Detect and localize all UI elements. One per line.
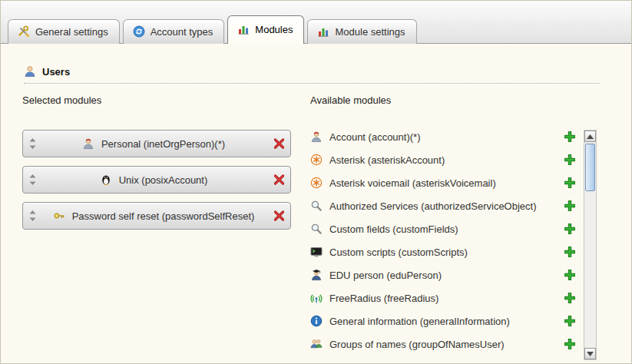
lam-config-page: General settingsAccount typesModulesModu… xyxy=(0,0,632,364)
drag-handle-icon[interactable] xyxy=(29,174,36,185)
arrow-up-icon xyxy=(587,134,594,139)
scroll-down-button[interactable] xyxy=(584,348,596,359)
tab-label: Account types xyxy=(151,26,213,38)
selected-module-row: Password self reset (passwordSelfReset) xyxy=(22,202,291,230)
group-icon xyxy=(310,338,323,350)
selected-module-label: Personal (inetOrgPerson)(*) xyxy=(101,138,225,150)
add-module-button[interactable] xyxy=(564,316,575,326)
available-module-row: Groups of names (groupOfNamesUser) xyxy=(310,333,597,356)
add-module-button[interactable] xyxy=(564,154,575,165)
available-modules-scrollbar[interactable] xyxy=(584,130,597,360)
user-icon xyxy=(24,65,36,78)
magnifier-icon xyxy=(310,223,323,235)
modules-chart-icon xyxy=(237,23,250,35)
asterisk-icon xyxy=(310,154,323,166)
person-icon xyxy=(82,137,94,150)
add-module-button[interactable] xyxy=(564,270,575,280)
arrow-down-icon xyxy=(587,352,594,356)
selected-modules-list: Personal (inetOrgPerson)(*)Unix (posixAc… xyxy=(22,130,291,230)
available-module-label: Custom fields (customFields) xyxy=(329,223,458,235)
available-module-label: Custom scripts (customScripts) xyxy=(329,247,468,258)
scrollbar-thumb[interactable] xyxy=(585,144,595,191)
selected-module-label: Password self reset (passwordSelfReset) xyxy=(72,210,255,222)
selected-modules-column: Selected modules Personal (inetOrgPerson… xyxy=(22,94,291,238)
drag-handle-icon[interactable] xyxy=(29,210,36,221)
add-module-button[interactable] xyxy=(564,200,575,211)
tab-account-types[interactable]: Account types xyxy=(123,19,225,44)
add-module-button[interactable] xyxy=(564,223,575,234)
available-module-label: FreeRadius (freeRadius) xyxy=(329,293,438,304)
available-module-row: Custom scripts (customScripts) xyxy=(310,240,597,263)
info-icon xyxy=(310,315,323,327)
tab-modules[interactable]: Modules xyxy=(227,15,304,44)
sync-icon xyxy=(133,25,145,38)
radius-icon xyxy=(310,292,323,304)
available-module-row: EDU person (eduPerson) xyxy=(310,263,597,286)
available-module-row: Asterisk voicemail (asteriskVoicemail) xyxy=(310,171,597,194)
asterisk-icon xyxy=(310,177,323,189)
available-modules-list: Account (account)(*)Asterisk (asteriskAc… xyxy=(310,125,597,356)
edu-person-icon xyxy=(310,269,323,281)
available-module-row: Authorized Services (authorizedServiceOb… xyxy=(310,194,597,217)
magnifier-icon xyxy=(310,200,323,212)
tools-icon xyxy=(18,25,30,38)
tab-label: General settings xyxy=(35,26,108,38)
tab-label: Module settings xyxy=(335,26,405,38)
selected-module-label: Unix (posixAccount) xyxy=(119,174,208,186)
available-module-row: Asterisk (asteriskAccount) xyxy=(310,148,597,171)
available-module-label: Groups of names (groupOfNamesUser) xyxy=(329,339,505,350)
add-module-button[interactable] xyxy=(564,339,575,349)
available-module-label: EDU person (eduPerson) xyxy=(329,270,442,281)
person-icon xyxy=(310,131,323,143)
available-module-label: Asterisk (asteriskAccount) xyxy=(329,154,445,166)
tab-bar: General settingsAccount typesModulesModu… xyxy=(1,1,631,44)
section-title: Users xyxy=(42,66,70,78)
remove-module-button[interactable] xyxy=(273,138,285,150)
drag-handle-icon[interactable] xyxy=(29,138,36,149)
add-module-button[interactable] xyxy=(564,247,575,257)
remove-module-button[interactable] xyxy=(273,210,285,222)
penguin-icon xyxy=(100,174,112,186)
available-module-label: General information (generalInformation) xyxy=(329,316,510,327)
terminal-icon xyxy=(310,246,323,258)
tab-label: Modules xyxy=(255,24,293,35)
tab-general-settings[interactable]: General settings xyxy=(8,19,120,44)
available-module-label: Asterisk voicemail (asteriskVoicemail) xyxy=(329,177,496,189)
available-module-label: Account (account)(*) xyxy=(329,131,421,143)
available-module-row: Account (account)(*) xyxy=(310,125,597,148)
available-module-row: FreeRadius (freeRadius) xyxy=(310,286,597,309)
add-module-button[interactable] xyxy=(564,131,575,142)
tab-module-settings[interactable]: Module settings xyxy=(307,19,416,44)
available-module-label: Authorized Services (authorizedServiceOb… xyxy=(329,200,537,212)
modules-chart-icon xyxy=(317,25,329,38)
key-icon xyxy=(53,210,65,222)
available-module-row: Custom fields (customFields) xyxy=(310,217,597,240)
available-modules-heading: Available modules xyxy=(310,94,597,107)
section-header: Users xyxy=(24,65,600,84)
add-module-button[interactable] xyxy=(564,293,575,303)
available-module-row: General information (generalInformation) xyxy=(310,309,597,333)
selected-modules-heading: Selected modules xyxy=(22,94,291,107)
add-module-button[interactable] xyxy=(564,177,575,188)
remove-module-button[interactable] xyxy=(273,174,285,186)
available-modules-column: Available modules Account (account)(*)As… xyxy=(310,94,597,356)
selected-module-row: Personal (inetOrgPerson)(*) xyxy=(22,130,291,157)
selected-module-row: Unix (posixAccount) xyxy=(22,166,291,194)
scroll-up-button[interactable] xyxy=(584,131,596,142)
